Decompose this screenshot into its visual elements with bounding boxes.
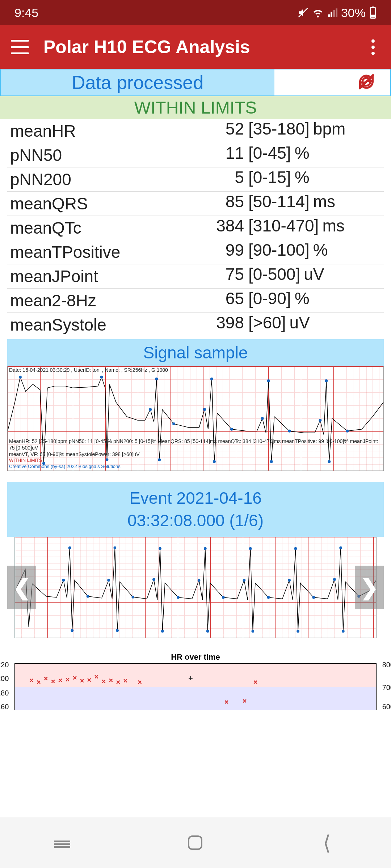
- table-row: meanTPositive 99[90-100]%: [7, 240, 384, 264]
- svg-point-13: [267, 379, 270, 382]
- signal-sample-header: Signal sample: [7, 339, 384, 366]
- svg-point-36: [251, 630, 254, 633]
- svg-point-19: [261, 417, 264, 420]
- metric-label: pNN200: [7, 167, 138, 191]
- svg-point-27: [159, 547, 161, 550]
- processing-status-row: Data processed: [0, 69, 391, 96]
- svg-point-41: [152, 578, 155, 581]
- system-nav-bar: ||| ⟨: [0, 817, 391, 868]
- metric-label: meanQRS: [7, 192, 138, 216]
- battery-icon: [369, 7, 377, 19]
- chart-footer: MeanHR: 52 [35-180]bpm pNN50: 11 [0-45]%…: [9, 438, 383, 470]
- svg-point-23: [288, 430, 291, 433]
- event-chart-container: ❮ ❯: [7, 537, 384, 638]
- svg-point-43: [243, 579, 246, 582]
- svg-point-7: [100, 376, 103, 379]
- svg-point-46: [87, 595, 89, 598]
- svg-point-35: [206, 630, 209, 633]
- hr-chart-title: HR over time: [0, 652, 391, 662]
- svg-point-21: [172, 422, 175, 425]
- home-button[interactable]: [188, 835, 202, 850]
- svg-point-44: [288, 579, 291, 582]
- metric-label: meanSystole: [7, 313, 138, 337]
- table-row: meanJPoint 75[0-500]uV: [7, 264, 384, 289]
- processing-status: Data processed: [1, 69, 274, 95]
- prev-event-button[interactable]: ❮: [7, 566, 36, 609]
- metric-label: mean2-8Hz: [7, 289, 138, 312]
- metric-label: pNN50: [7, 143, 138, 167]
- back-button[interactable]: ⟨: [323, 831, 331, 855]
- svg-rect-2: [372, 7, 374, 8]
- hr-chart[interactable]: 220 200 180 160 800 700 600 ×× ×× ×× ×× …: [14, 663, 377, 710]
- svg-point-39: [62, 579, 65, 582]
- table-row: mean2-8Hz 65[0-90]%: [7, 289, 384, 313]
- table-row: meanHR 52[35-180]bpm: [7, 119, 384, 143]
- svg-point-49: [222, 596, 225, 599]
- menu-icon[interactable]: [11, 40, 29, 54]
- next-event-button[interactable]: ❯: [355, 566, 384, 609]
- svg-point-33: [116, 629, 119, 632]
- metric-label: meanTPositive: [7, 240, 138, 264]
- app-title: Polar H10 ECG Analysis: [43, 37, 351, 58]
- svg-point-24: [346, 430, 349, 433]
- svg-point-42: [198, 579, 201, 582]
- metric-label: meanQTc: [7, 216, 138, 240]
- metric-label: meanHR: [7, 119, 138, 143]
- chart-caption: Date: 16-04-2021 03:30:29 , UserID: toni…: [9, 367, 168, 373]
- table-row: meanSystole 398[>60]uV: [7, 313, 384, 337]
- svg-point-40: [107, 579, 110, 582]
- chevron-right-icon: ❯: [360, 575, 378, 600]
- svg-point-31: [339, 546, 342, 549]
- svg-point-18: [203, 408, 206, 411]
- metrics-table: meanHR 52[35-180]bpm pNN50 11[0-45]% pNN…: [0, 119, 391, 337]
- svg-point-30: [294, 547, 297, 550]
- clock: 9:45: [14, 6, 38, 20]
- battery-text: 30%: [341, 6, 366, 20]
- table-row: meanQRS 85[50-114]ms: [7, 192, 384, 216]
- svg-point-47: [131, 596, 134, 599]
- event-header: Event 2021-04-16 03:32:08.000 (1/6): [7, 482, 384, 537]
- table-row: pNN200 5[0-15]%: [7, 167, 384, 192]
- metric-label: meanJPoint: [7, 264, 138, 288]
- svg-point-37: [297, 630, 299, 633]
- svg-point-26: [114, 546, 117, 549]
- sync-status-cell[interactable]: [274, 69, 390, 95]
- svg-point-22: [230, 428, 233, 431]
- svg-point-11: [210, 378, 213, 380]
- table-row: pNN50 11[0-45]%: [7, 143, 384, 167]
- svg-point-38: [342, 630, 345, 633]
- svg-point-28: [204, 547, 207, 550]
- limits-banner: WITHIN LIMITS: [0, 96, 391, 119]
- chevron-left-icon: ❮: [13, 575, 31, 600]
- svg-point-50: [267, 596, 270, 599]
- signal-icon: [327, 8, 337, 18]
- overflow-menu-icon[interactable]: [366, 39, 380, 55]
- status-bar: 9:45 30%: [0, 0, 391, 25]
- event-time: 03:32:08.000 (1/6): [7, 509, 384, 532]
- app-bar: Polar H10 ECG Analysis: [0, 25, 391, 69]
- table-row: meanQTc 384[310-470]ms: [7, 216, 384, 240]
- status-icons: 30%: [298, 6, 377, 20]
- svg-point-48: [177, 596, 180, 599]
- wifi-icon: [312, 7, 324, 18]
- svg-point-25: [68, 546, 71, 549]
- svg-point-9: [155, 378, 158, 380]
- svg-point-20: [319, 419, 321, 422]
- mute-icon: [298, 7, 308, 18]
- svg-point-29: [249, 547, 252, 550]
- svg-point-45: [333, 578, 336, 581]
- svg-point-5: [19, 376, 22, 379]
- svg-point-17: [149, 408, 152, 411]
- signal-sample-chart[interactable]: Date: 16-04-2021 03:30:29 , UserID: toni…: [7, 366, 384, 471]
- sync-disabled-icon: [357, 72, 376, 93]
- event-date: Event 2021-04-16: [7, 487, 384, 509]
- svg-point-32: [71, 629, 73, 632]
- svg-point-34: [161, 630, 164, 633]
- svg-point-51: [312, 596, 315, 599]
- svg-point-15: [325, 379, 328, 382]
- svg-rect-3: [371, 15, 375, 18]
- event-chart[interactable]: [14, 537, 377, 638]
- recent-apps-button[interactable]: |||: [54, 838, 74, 847]
